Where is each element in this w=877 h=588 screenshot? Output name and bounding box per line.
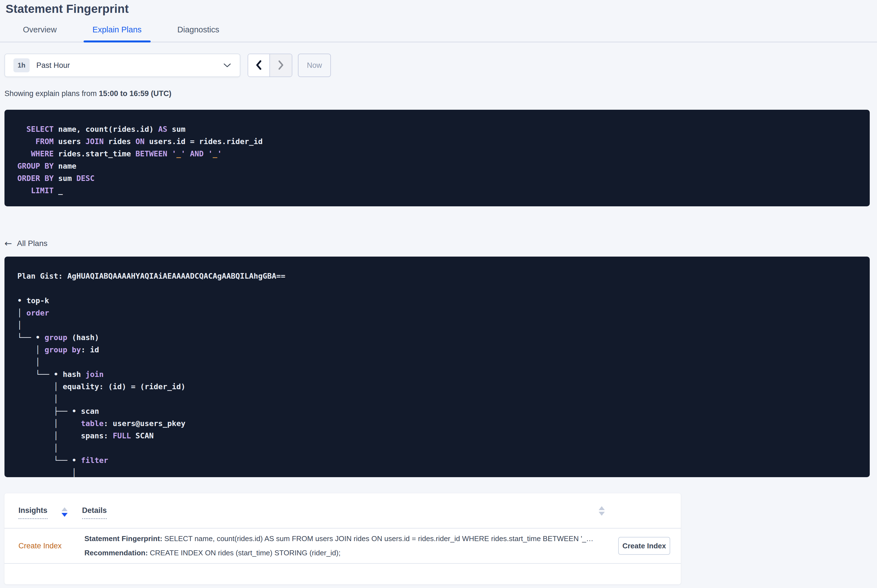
previous-range-button[interactable] (248, 54, 270, 76)
insight-type-link[interactable]: Create Index (18, 542, 84, 550)
tab-overview[interactable]: Overview (14, 25, 66, 42)
insight-recommendation-line: Recommendation: CREATE INDEX ON rides (s… (84, 549, 599, 557)
chevron-right-icon (277, 60, 284, 71)
showing-range-text: Showing explain plans from 15:00 to 16:5… (5, 89, 870, 98)
tab-diagnostics[interactable]: Diagnostics (168, 25, 228, 42)
time-step-buttons (248, 54, 292, 77)
sort-icon-details[interactable] (599, 506, 605, 516)
all-plans-link[interactable]: ← All Plans (5, 238, 48, 249)
now-button[interactable]: Now (298, 54, 331, 77)
page-header: Statement Fingerprint Overview Explain P… (0, 0, 877, 42)
insights-table-header: Insights Details (5, 494, 681, 528)
plan-gist-tree: Plan Gist: AgHUAQIABQAAAAHYAQIAiAEAAAADC… (17, 270, 859, 477)
fingerprint-text: SELECT name, count(rides.id) AS sum FROM… (164, 534, 593, 543)
showing-range-value: 15:00 to 16:59 (UTC) (99, 89, 171, 98)
insight-details-cell: Statement Fingerprint: SELECT name, coun… (84, 534, 599, 557)
main-content: 1h Past Hour Now Showing explain plans f… (0, 54, 877, 584)
tab-explain-plans[interactable]: Explain Plans (84, 25, 150, 42)
insight-fingerprint-line: Statement Fingerprint: SELECT name, coun… (84, 534, 599, 543)
showing-range-prefix: Showing explain plans from (5, 89, 99, 98)
insights-table-row: Create Index Statement Fingerprint: SELE… (5, 528, 681, 564)
chevron-left-icon (255, 60, 262, 71)
statement-fingerprint-sql-card: SELECT name, count(rides.id) AS sum FROM… (5, 110, 870, 206)
fingerprint-label: Statement Fingerprint: (84, 534, 164, 543)
time-range-select[interactable]: 1h Past Hour (5, 54, 240, 77)
recommendation-text: CREATE INDEX ON rides (start_time) STORI… (150, 549, 340, 557)
next-range-button[interactable] (270, 54, 292, 76)
recommendation-label: Recommendation: (84, 549, 150, 557)
plan-gist-card: Plan Gist: AgHUAQIABQAAAAHYAQIAiAEAAAADC… (5, 256, 870, 477)
page-title: Statement Fingerprint (6, 2, 870, 16)
column-header-insights[interactable]: Insights (18, 506, 48, 519)
time-controls: 1h Past Hour Now (5, 54, 870, 77)
all-plans-label: All Plans (17, 239, 48, 248)
column-header-details[interactable]: Details (82, 506, 107, 519)
sort-icon-insights[interactable] (62, 507, 68, 517)
statement-fingerprint-sql: SELECT name, count(rides.id) AS sum FROM… (17, 123, 859, 197)
back-arrow-icon: ← (5, 238, 12, 249)
time-range-value: Past Hour (36, 61, 70, 70)
insights-table-card: Insights Details Create Index Statement … (5, 494, 681, 584)
tab-bar: Overview Explain Plans Diagnostics (6, 25, 870, 42)
chevron-down-icon (223, 63, 232, 68)
create-index-button[interactable]: Create Index (618, 537, 670, 555)
time-range-badge: 1h (14, 58, 30, 72)
